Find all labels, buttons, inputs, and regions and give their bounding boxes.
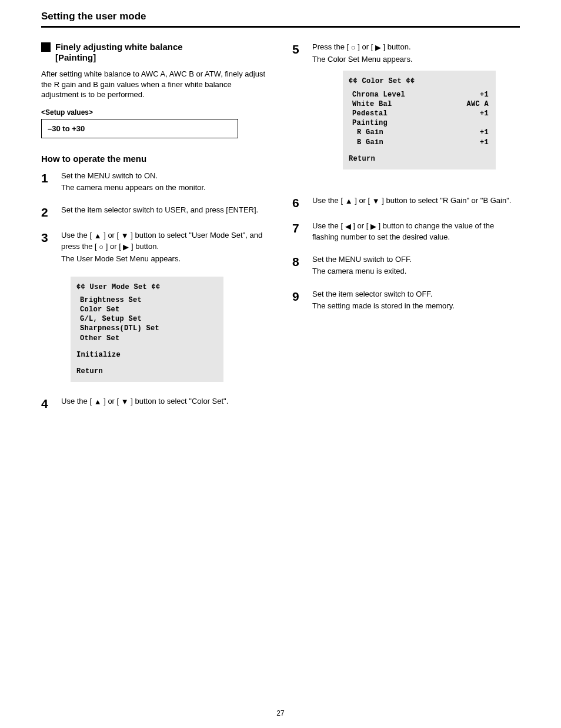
page-title: Setting the user mode (41, 11, 520, 22)
triangle-down-icon: ▼ (121, 231, 129, 241)
step-3-body: Use the [ ▲ ] or [ ▼ ] button to select … (61, 230, 269, 265)
step-4: Use the [ ▲ ] or [ ▼ ] button to select … (41, 396, 269, 410)
osd-item: G/L, Setup Set (76, 314, 216, 324)
title-rule (41, 26, 520, 28)
osd-pedestal-label: Pedestal (349, 109, 457, 118)
osd-rgain-value: +1 (457, 128, 489, 137)
step-4-body: Use the [ ▲ ] or [ ▼ ] button to select … (61, 396, 269, 407)
osd-initialize: Initialize (76, 350, 216, 360)
osd-item: Color Set (76, 305, 216, 314)
step-6-frag2: ] or [ (355, 196, 370, 205)
step-7-frag1: Use the [ (312, 221, 343, 230)
step-8: Set the MENU switch to OFF. The camera m… (292, 254, 520, 277)
triangle-up-icon: ▲ (345, 196, 353, 207)
how-to-title: How to operate the menu (41, 154, 269, 164)
right-column: Press the [ ○ ] or [ ▶ ] button. The Col… (292, 42, 520, 421)
step-9-body: Set the item selector switch to OFF. The… (312, 289, 520, 311)
triangle-right-icon: ▶ (375, 42, 381, 53)
triangle-down-icon: ▼ (121, 397, 129, 407)
triangle-up-icon: ▲ (94, 231, 102, 241)
page-number: 27 (0, 709, 561, 717)
step-5: Press the [ ○ ] or [ ▶ ] button. The Col… (292, 42, 520, 184)
osd-chroma-value: +1 (457, 90, 489, 99)
osd-return: Return (349, 154, 489, 164)
step-3-frag2: ] or [ (103, 231, 119, 240)
circle-icon: ○ (351, 42, 356, 53)
step-3-note: The User Mode Set Menu appears. (61, 254, 269, 264)
osd-user-title: ¢¢ User Mode Set ¢¢ (76, 282, 216, 292)
osd-bgain-value: +1 (457, 138, 489, 147)
osd-return: Return (76, 367, 216, 376)
square-bullet-icon (41, 42, 51, 52)
step-6-body: Use the [ ▲ ] or [ ▼ ] button to select … (312, 195, 520, 207)
setup-range-box: –30 to +30 (41, 119, 238, 138)
step-7: Use the [ ◀ ] or [ ▶ ] button to change … (292, 221, 520, 242)
step-3-frag5: ] button. (131, 242, 159, 251)
step-4-frag1: Use the [ (61, 397, 92, 405)
osd-color-set: ¢¢ Color Set ¢¢ Chroma Level +1 White Ba… (343, 71, 496, 169)
step-6-frag1: Use the [ (312, 196, 343, 205)
steps-list-left-2: Use the [ ▲ ] or [ ▼ ] button to select … (41, 396, 269, 410)
step-3: Use the [ ▲ ] or [ ▼ ] button to select … (41, 230, 269, 265)
triangle-up-icon: ▲ (94, 397, 102, 407)
step-3-frag3: ] button to select "User Mode Set", and … (61, 231, 262, 251)
step-6-frag3: ] button to select "R Gain" or "B Gain". (382, 196, 511, 205)
osd-rgain-label: R Gain (349, 128, 457, 137)
content-columns: Finely adjusting white balance[Painting]… (41, 42, 520, 421)
step-4-frag2: ] or [ (103, 397, 119, 405)
section-intro: After setting white balance to AWC A, AW… (41, 69, 269, 100)
step-5-frag1: Press the [ (312, 42, 349, 51)
step-4-frag3: ] button to select "Color Set". (131, 397, 228, 405)
circle-icon: ○ (99, 242, 103, 252)
left-column: Finely adjusting white balance[Painting]… (41, 42, 269, 421)
section-title: Finely adjusting white balance[Painting] (55, 42, 183, 63)
triangle-down-icon: ▼ (372, 196, 380, 207)
osd-wb-label: White Bal (349, 99, 457, 109)
step-5-frag3: ] button. (383, 42, 411, 51)
triangle-right-icon: ▶ (370, 221, 376, 232)
osd-wb-value: AWC A (457, 99, 489, 109)
osd-color-title: ¢¢ Color Set ¢¢ (349, 77, 489, 86)
step-6: Use the [ ▲ ] or [ ▼ ] button to select … (292, 195, 520, 209)
osd-pedestal-value: +1 (457, 109, 489, 118)
osd-user-mode-set: ¢¢ User Mode Set ¢¢ Brightness Set Color… (71, 277, 223, 383)
step-1-body: Set the MENU switch to ON. The camera me… (61, 171, 269, 193)
step-2: Set the item selector switch to USER, an… (41, 205, 269, 218)
osd-item: Sharpness(DTL) Set (76, 324, 216, 333)
osd-chroma-label: Chroma Level (349, 90, 457, 99)
step-7-frag2: ] or [ (353, 221, 368, 230)
osd-item: Brightness Set (76, 295, 216, 305)
osd-painting-label: Painting (349, 118, 457, 128)
steps-list-left: Set the MENU switch to ON. The camera me… (41, 171, 269, 265)
step-3-frag4: ] or [ (106, 242, 121, 251)
triangle-right-icon: ▶ (123, 242, 129, 252)
step-9: Set the item selector switch to OFF. The… (292, 289, 520, 311)
osd-item: Other Set (76, 334, 216, 343)
step-1: Set the MENU switch to ON. The camera me… (41, 171, 269, 193)
step-5-frag2: ] or [ (358, 42, 373, 51)
triangle-left-icon: ◀ (345, 221, 351, 232)
osd-bgain-label: B Gain (349, 138, 457, 147)
step-5-body: Press the [ ○ ] or [ ▶ ] button. The Col… (312, 42, 520, 184)
step-2-body: Set the item selector switch to USER, an… (61, 205, 269, 215)
step-7-body: Use the [ ◀ ] or [ ▶ ] button to change … (312, 221, 520, 242)
step-8-body: Set the MENU switch to OFF. The camera m… (312, 254, 520, 277)
step-3-frag1: Use the [ (61, 231, 92, 240)
step-5-note: The Color Set Menu appears. (312, 54, 520, 65)
steps-list-right: Press the [ ○ ] or [ ▶ ] button. The Col… (292, 42, 520, 311)
section-header: Finely adjusting white balance[Painting] (41, 42, 269, 63)
setup-values-label: <Setup values> (41, 108, 269, 117)
